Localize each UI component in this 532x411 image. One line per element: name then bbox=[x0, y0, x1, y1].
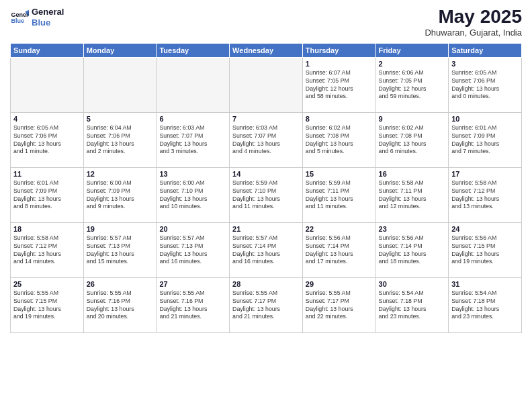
day-number: 21 bbox=[232, 225, 300, 233]
day-number: 26 bbox=[87, 280, 154, 288]
day-number: 14 bbox=[232, 170, 300, 178]
calendar-table: Sunday Monday Tuesday Wednesday Thursday… bbox=[10, 43, 522, 333]
table-row: 6Sunrise: 6:03 AM Sunset: 7:07 PM Daylig… bbox=[157, 112, 230, 167]
logo-text: General Blue bbox=[32, 7, 64, 28]
logo: General Blue General Blue bbox=[10, 7, 64, 28]
table-row: 26Sunrise: 5:55 AM Sunset: 7:16 PM Dayli… bbox=[83, 277, 157, 332]
logo-line1: General bbox=[32, 7, 64, 17]
day-info: Sunrise: 6:02 AM Sunset: 7:08 PM Dayligh… bbox=[379, 124, 446, 156]
day-number: 28 bbox=[232, 280, 300, 288]
day-number: 5 bbox=[87, 115, 154, 123]
logo-line2: Blue bbox=[32, 17, 64, 28]
table-row: 19Sunrise: 5:57 AM Sunset: 7:13 PM Dayli… bbox=[83, 222, 157, 277]
table-row: 25Sunrise: 5:55 AM Sunset: 7:15 PM Dayli… bbox=[11, 277, 84, 332]
day-info: Sunrise: 6:01 AM Sunset: 7:09 PM Dayligh… bbox=[13, 179, 81, 212]
table-row: 29Sunrise: 5:55 AM Sunset: 7:17 PM Dayli… bbox=[302, 277, 375, 332]
day-info: Sunrise: 6:00 AM Sunset: 7:10 PM Dayligh… bbox=[159, 179, 226, 212]
day-number: 16 bbox=[379, 170, 446, 178]
week-row-3: 18Sunrise: 5:58 AM Sunset: 7:12 PM Dayli… bbox=[11, 222, 522, 277]
logo-icon: General Blue bbox=[10, 8, 29, 27]
table-row: 11Sunrise: 6:01 AM Sunset: 7:09 PM Dayli… bbox=[11, 167, 84, 222]
week-row-4: 25Sunrise: 5:55 AM Sunset: 7:15 PM Dayli… bbox=[11, 277, 522, 332]
table-row: 22Sunrise: 5:56 AM Sunset: 7:14 PM Dayli… bbox=[302, 222, 375, 277]
day-info: Sunrise: 6:00 AM Sunset: 7:09 PM Dayligh… bbox=[87, 179, 154, 212]
day-number: 23 bbox=[379, 225, 446, 233]
day-info: Sunrise: 6:01 AM Sunset: 7:09 PM Dayligh… bbox=[451, 124, 519, 156]
day-number: 31 bbox=[451, 280, 519, 288]
day-info: Sunrise: 5:54 AM Sunset: 7:18 PM Dayligh… bbox=[451, 289, 519, 322]
day-info: Sunrise: 6:05 AM Sunset: 7:06 PM Dayligh… bbox=[451, 69, 519, 101]
day-info: Sunrise: 6:03 AM Sunset: 7:07 PM Dayligh… bbox=[232, 124, 300, 156]
table-row: 16Sunrise: 5:58 AM Sunset: 7:11 PM Dayli… bbox=[375, 167, 449, 222]
day-info: Sunrise: 5:59 AM Sunset: 7:11 PM Dayligh… bbox=[306, 179, 373, 212]
svg-text:Blue: Blue bbox=[11, 17, 24, 24]
week-row-2: 11Sunrise: 6:01 AM Sunset: 7:09 PM Dayli… bbox=[11, 167, 522, 222]
day-number: 15 bbox=[306, 170, 373, 178]
day-number: 2 bbox=[379, 60, 446, 68]
table-row bbox=[83, 57, 157, 112]
table-row bbox=[157, 57, 230, 112]
page: General Blue General Blue May 2025 Dhuwa… bbox=[0, 0, 532, 411]
table-row bbox=[11, 57, 84, 112]
header-wednesday: Wednesday bbox=[230, 43, 303, 57]
day-info: Sunrise: 6:06 AM Sunset: 7:05 PM Dayligh… bbox=[379, 69, 446, 101]
day-info: Sunrise: 5:55 AM Sunset: 7:16 PM Dayligh… bbox=[159, 289, 226, 322]
day-info: Sunrise: 5:59 AM Sunset: 7:10 PM Dayligh… bbox=[232, 179, 300, 212]
table-row: 18Sunrise: 5:58 AM Sunset: 7:12 PM Dayli… bbox=[11, 222, 84, 277]
day-info: Sunrise: 5:55 AM Sunset: 7:17 PM Dayligh… bbox=[306, 289, 373, 322]
month-title: May 2025 bbox=[425, 7, 522, 28]
header-sunday: Sunday bbox=[11, 43, 84, 57]
table-row: 15Sunrise: 5:59 AM Sunset: 7:11 PM Dayli… bbox=[302, 167, 375, 222]
day-info: Sunrise: 5:58 AM Sunset: 7:12 PM Dayligh… bbox=[13, 234, 81, 267]
header-saturday: Saturday bbox=[449, 43, 522, 57]
week-row-1: 4Sunrise: 6:05 AM Sunset: 7:06 PM Daylig… bbox=[11, 112, 522, 167]
day-info: Sunrise: 5:55 AM Sunset: 7:17 PM Dayligh… bbox=[232, 289, 300, 322]
table-row: 7Sunrise: 6:03 AM Sunset: 7:07 PM Daylig… bbox=[230, 112, 303, 167]
table-row: 31Sunrise: 5:54 AM Sunset: 7:18 PM Dayli… bbox=[449, 277, 522, 332]
day-number: 25 bbox=[13, 280, 81, 288]
week-row-0: 1Sunrise: 6:07 AM Sunset: 7:05 PM Daylig… bbox=[11, 57, 522, 112]
day-number: 4 bbox=[13, 115, 81, 123]
table-row: 14Sunrise: 5:59 AM Sunset: 7:10 PM Dayli… bbox=[230, 167, 303, 222]
header-thursday: Thursday bbox=[302, 43, 375, 57]
table-row: 9Sunrise: 6:02 AM Sunset: 7:08 PM Daylig… bbox=[375, 112, 449, 167]
day-info: Sunrise: 5:57 AM Sunset: 7:13 PM Dayligh… bbox=[87, 234, 154, 267]
weekday-header-row: Sunday Monday Tuesday Wednesday Thursday… bbox=[11, 43, 522, 57]
header-monday: Monday bbox=[83, 43, 157, 57]
day-info: Sunrise: 5:57 AM Sunset: 7:13 PM Dayligh… bbox=[159, 234, 226, 267]
table-row: 1Sunrise: 6:07 AM Sunset: 7:05 PM Daylig… bbox=[302, 57, 375, 112]
day-number: 19 bbox=[87, 225, 154, 233]
day-number: 11 bbox=[13, 170, 81, 178]
table-row: 23Sunrise: 5:56 AM Sunset: 7:14 PM Dayli… bbox=[375, 222, 449, 277]
table-row: 3Sunrise: 6:05 AM Sunset: 7:06 PM Daylig… bbox=[449, 57, 522, 112]
table-row: 28Sunrise: 5:55 AM Sunset: 7:17 PM Dayli… bbox=[230, 277, 303, 332]
day-number: 17 bbox=[451, 170, 519, 178]
day-info: Sunrise: 5:57 AM Sunset: 7:14 PM Dayligh… bbox=[232, 234, 300, 267]
table-row bbox=[230, 57, 303, 112]
day-info: Sunrise: 5:55 AM Sunset: 7:15 PM Dayligh… bbox=[13, 289, 81, 322]
day-info: Sunrise: 5:58 AM Sunset: 7:11 PM Dayligh… bbox=[379, 179, 446, 212]
day-number: 12 bbox=[87, 170, 154, 178]
day-number: 22 bbox=[306, 225, 373, 233]
day-number: 3 bbox=[451, 60, 519, 68]
day-number: 1 bbox=[306, 60, 373, 68]
day-info: Sunrise: 5:56 AM Sunset: 7:14 PM Dayligh… bbox=[306, 234, 373, 267]
table-row: 30Sunrise: 5:54 AM Sunset: 7:18 PM Dayli… bbox=[375, 277, 449, 332]
day-info: Sunrise: 5:54 AM Sunset: 7:18 PM Dayligh… bbox=[379, 289, 446, 322]
day-number: 27 bbox=[159, 280, 226, 288]
day-info: Sunrise: 5:56 AM Sunset: 7:14 PM Dayligh… bbox=[379, 234, 446, 267]
day-info: Sunrise: 5:58 AM Sunset: 7:12 PM Dayligh… bbox=[451, 179, 519, 212]
day-number: 24 bbox=[451, 225, 519, 233]
table-row: 5Sunrise: 6:04 AM Sunset: 7:06 PM Daylig… bbox=[83, 112, 157, 167]
day-info: Sunrise: 5:56 AM Sunset: 7:15 PM Dayligh… bbox=[451, 234, 519, 267]
table-row: 2Sunrise: 6:06 AM Sunset: 7:05 PM Daylig… bbox=[375, 57, 449, 112]
table-row: 12Sunrise: 6:00 AM Sunset: 7:09 PM Dayli… bbox=[83, 167, 157, 222]
day-number: 7 bbox=[232, 115, 300, 123]
day-number: 10 bbox=[451, 115, 519, 123]
day-number: 30 bbox=[379, 280, 446, 288]
day-number: 13 bbox=[159, 170, 226, 178]
header: General Blue General Blue May 2025 Dhuwa… bbox=[10, 7, 522, 38]
location-subtitle: Dhuwaran, Gujarat, India bbox=[425, 28, 522, 38]
day-info: Sunrise: 6:03 AM Sunset: 7:07 PM Dayligh… bbox=[159, 124, 226, 156]
table-row: 21Sunrise: 5:57 AM Sunset: 7:14 PM Dayli… bbox=[230, 222, 303, 277]
